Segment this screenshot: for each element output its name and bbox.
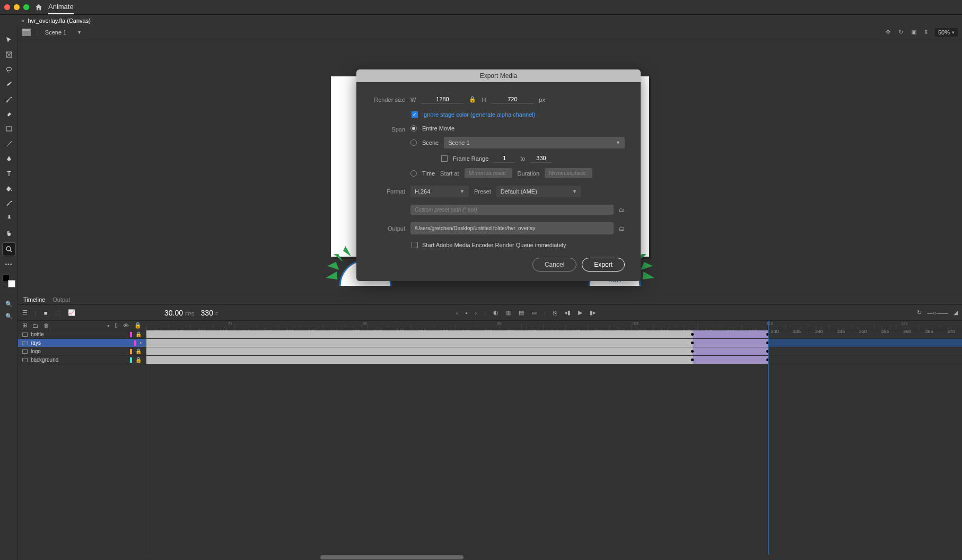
browse-preset-icon[interactable]: 🗂 <box>619 207 625 213</box>
delete-layer-icon[interactable]: 🗑 <box>43 322 49 329</box>
resize-timeline-icon[interactable]: ◢ <box>954 309 958 316</box>
ignore-stage-color-label[interactable]: Ignore stage color (generate alpha chann… <box>422 111 535 118</box>
layer-color-chip[interactable] <box>130 349 132 354</box>
custom-preset-input[interactable]: Custom preset path (*.epr) <box>410 205 614 215</box>
eraser-tool-icon[interactable] <box>4 109 14 119</box>
layer-row[interactable]: bottle 🔒 <box>18 330 146 339</box>
layer-color-chip[interactable] <box>130 332 132 337</box>
rectangle-tool-icon[interactable] <box>4 124 14 134</box>
timeline-zoom-slider[interactable]: —○—— <box>927 310 948 316</box>
start-ame-checkbox[interactable] <box>412 242 418 248</box>
app-name[interactable]: Animate <box>48 3 74 14</box>
rotate-stage-icon[interactable]: ↻ <box>897 28 905 37</box>
layer-color-chip[interactable] <box>130 357 132 363</box>
close-tab-icon[interactable]: × <box>21 18 24 24</box>
add-layer-icon[interactable]: ⊞ <box>22 322 27 329</box>
cancel-button[interactable]: Cancel <box>532 258 576 272</box>
close-window-icon[interactable] <box>4 4 10 10</box>
layer-lock-icon[interactable]: 🔒 <box>135 357 142 363</box>
step-back-icon[interactable]: ◂▮ <box>564 309 571 316</box>
preset-select[interactable]: Default (AME) ▼ <box>496 186 581 197</box>
onion-skin-icon[interactable]: ◐ <box>493 309 499 316</box>
color-swatches[interactable] <box>3 275 15 287</box>
document-tab[interactable]: × hvr_overlay.fla (Canvas) <box>21 18 91 24</box>
span-entire-radio[interactable] <box>410 125 417 132</box>
output-path-input[interactable]: /Users/gretchen/Desktop/untitled folder/… <box>410 222 614 234</box>
zoom-out-icon[interactable]: 🔍 <box>5 313 13 320</box>
layer-graph-icon[interactable]: 📈 <box>68 309 75 316</box>
frame-row[interactable] <box>146 339 962 347</box>
eyedropper-tool-icon[interactable] <box>4 198 14 208</box>
frame-row[interactable] <box>146 330 962 339</box>
brush-tool-icon[interactable] <box>4 80 14 89</box>
lasso-tool-icon[interactable] <box>4 65 14 74</box>
start-at-input[interactable]: hh:mm:ss.msec <box>465 168 512 178</box>
hand-tool-icon[interactable] <box>4 228 14 238</box>
zoom-level[interactable]: 50% ▾ <box>935 28 958 37</box>
highlight-icon[interactable]: • <box>107 322 109 329</box>
play-icon[interactable]: ▶ <box>578 309 582 316</box>
export-button[interactable]: Export <box>582 258 625 272</box>
outline-icon[interactable]: ▯ <box>115 322 118 329</box>
loop-icon[interactable]: ↻ <box>917 309 922 316</box>
paint-bucket-tool-icon[interactable] <box>4 183 14 193</box>
step-forward-icon[interactable]: ▮▸ <box>590 309 596 316</box>
horizontal-scrollbar[interactable] <box>18 555 962 560</box>
height-input[interactable] <box>491 95 534 104</box>
frame-ruler[interactable]: 7s8s9s10s11s12s 190195200205210215220225… <box>146 321 962 330</box>
zoom-tool-icon[interactable] <box>3 243 15 256</box>
more-tools-icon[interactable]: ••• <box>5 261 13 267</box>
prev-keyframe-icon[interactable]: ‹ <box>456 310 458 316</box>
layer-depth-icon[interactable]: ⬚ <box>55 309 60 316</box>
free-transform-tool-icon[interactable] <box>4 50 14 59</box>
pencil-tool-icon[interactable] <box>4 94 14 104</box>
browse-output-icon[interactable]: 🗂 <box>619 225 625 232</box>
minimize-window-icon[interactable] <box>14 4 20 10</box>
layer-row[interactable]: logo 🔒 <box>18 347 146 356</box>
remove-frame-icon[interactable]: ⎘ <box>553 310 557 316</box>
frame-range-checkbox[interactable] <box>441 155 448 162</box>
frame-from-input[interactable] <box>494 154 515 163</box>
tab-timeline[interactable]: Timeline <box>23 296 45 303</box>
layer-row[interactable]: background 🔒 <box>18 356 146 364</box>
marker-icon[interactable]: ▤ <box>519 309 524 316</box>
span-scene-radio[interactable] <box>410 139 417 146</box>
format-select[interactable]: H.264 ▼ <box>410 186 469 197</box>
selection-tool-icon[interactable] <box>4 35 14 45</box>
text-tool-icon[interactable]: T <box>4 169 14 178</box>
scrollbar-thumb[interactable] <box>320 555 463 559</box>
zoom-in-icon[interactable]: 🔍 <box>5 301 13 308</box>
layer-lock-icon[interactable]: 🔒 <box>135 331 142 337</box>
edit-multiple-icon[interactable]: ▥ <box>506 309 511 316</box>
frame-row[interactable] <box>146 356 962 364</box>
lock-aspect-icon[interactable]: 🔒 <box>469 96 476 103</box>
home-icon[interactable] <box>34 3 43 12</box>
insert-keyframe-icon[interactable]: ▪ <box>466 310 468 316</box>
fit-stage-icon[interactable]: ⇕ <box>922 28 931 37</box>
playhead[interactable] <box>768 321 768 560</box>
layer-color-chip[interactable] <box>134 340 136 346</box>
frame-row[interactable] <box>146 347 962 356</box>
scene-dropdown[interactable]: Scene 1 ▼ <box>45 29 82 36</box>
clapperboard-icon[interactable] <box>22 29 31 36</box>
visibility-icon[interactable]: 👁 <box>123 322 129 329</box>
pushpin-tool-icon[interactable] <box>4 213 14 223</box>
maximize-window-icon[interactable] <box>23 4 29 10</box>
layer-lock-icon[interactable]: • <box>139 340 142 346</box>
insert-frame-icon[interactable]: ▭ <box>531 309 537 316</box>
next-keyframe-icon[interactable]: › <box>475 310 477 316</box>
tab-output[interactable]: Output <box>53 296 70 303</box>
clip-stage-icon[interactable]: ▣ <box>909 28 918 37</box>
frame-to-input[interactable] <box>530 154 552 163</box>
line-tool-icon[interactable] <box>4 139 14 148</box>
layers-menu-icon[interactable]: ☰ <box>22 309 28 316</box>
duration-input[interactable]: hh:mm:ss.msec <box>545 168 592 178</box>
frames-panel[interactable]: 7s8s9s10s11s12s 190195200205210215220225… <box>146 321 962 560</box>
layer-row[interactable]: rays • <box>18 339 146 347</box>
span-time-radio[interactable] <box>410 170 417 177</box>
fill-color-swatch[interactable] <box>8 280 15 287</box>
scene-select[interactable]: Scene 1 ▼ <box>444 137 625 148</box>
layer-lock-icon[interactable]: 🔒 <box>135 348 142 354</box>
center-stage-icon[interactable]: ✥ <box>884 28 893 37</box>
lock-header-icon[interactable]: 🔒 <box>134 322 142 329</box>
